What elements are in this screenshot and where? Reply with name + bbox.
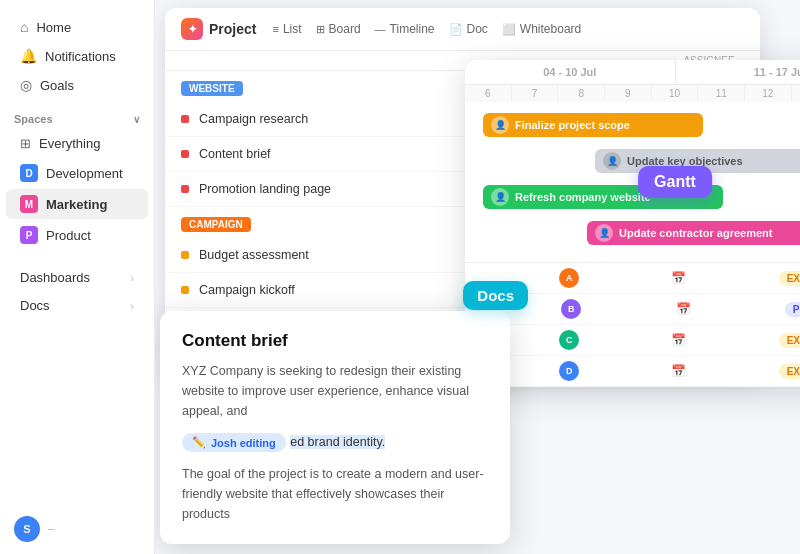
gantt-day: 6 [465,85,512,102]
docs-window: Content brief XYZ Company is seeking to … [160,311,510,544]
bar-label-1: Finalize project scope [515,119,630,131]
marketing-dot: M [20,195,38,213]
user-menu-icon[interactable]: – [48,522,55,536]
project-icon: ✦ [181,18,203,40]
sidebar-item-home[interactable]: ⌂ Home [6,13,148,41]
gantt-bar-1: 👤 Finalize project scope [483,113,703,137]
avatar: C [559,330,579,350]
gantt-day: 13 [792,85,800,102]
sidebar-item-development[interactable]: D Development [6,158,148,188]
status-badge: EXECUTION [779,271,800,286]
spaces-chevron[interactable]: ∨ [133,114,140,125]
home-icon: ⌂ [20,19,28,35]
sidebar-item-everything[interactable]: ⊞ Everything [6,130,148,157]
avatar: D [559,361,579,381]
task-dot [181,286,189,294]
chevron-right-icon2: › [130,300,134,312]
sidebar-item-marketing[interactable]: M Marketing [6,189,148,219]
chevron-right-icon: › [130,272,134,284]
tab-board[interactable]: ⊞ Board [316,19,361,39]
bar-label-4: Update contractor agreement [619,227,772,239]
docs-bubble: Docs [463,281,528,310]
sidebar-label-goals: Goals [40,78,74,93]
main-area: ✦ Project ≡ List ⊞ Board — Timeline 📄 [155,0,800,554]
spaces-section: Spaces ∨ [0,105,154,129]
gantt-period-2: 11 - 17 Jul [676,60,801,84]
calendar-icon: 📅 [676,302,691,316]
sidebar-item-dashboards[interactable]: Dashboards › [6,264,148,291]
tab-timeline[interactable]: — Timeline [375,19,435,39]
bar-avatar: 👤 [603,152,621,170]
table-row[interactable]: C 📅 EXECUTION 💬 [465,325,800,356]
bar-avatar: 👤 [491,188,509,206]
whiteboard-icon: ⬜ [502,23,516,36]
tab-list[interactable]: ≡ List [272,19,301,39]
sidebar-item-product[interactable]: P Product [6,220,148,250]
row-right: EXECUTION 💬 [779,271,800,286]
task-dot [181,115,189,123]
spaces-label: Spaces [14,113,53,125]
status-badge: EXECUTION [779,333,800,348]
gantt-day: 9 [605,85,652,102]
selected-text: ed brand identity. [290,435,385,449]
development-dot: D [20,164,38,182]
editing-user-label: Josh editing [211,437,276,449]
grid-icon: ⊞ [20,136,31,151]
gantt-day: 10 [652,85,699,102]
gantt-period-1: 04 - 10 Jul [465,60,676,84]
gantt-bar-row: 👤 Finalize project scope [475,110,800,140]
tab-whiteboard-label: Whiteboard [520,22,581,36]
sidebar-item-docs[interactable]: Docs › [6,292,148,319]
docs-body-text: XYZ Company is seeking to redesign their… [182,364,469,418]
timeline-icon: — [375,23,386,35]
gantt-bar-4: 👤 Update contractor agreement [587,221,800,245]
tab-doc[interactable]: 📄 Doc [449,19,488,39]
sidebar-label-notifications: Notifications [45,49,116,64]
row-right: EXECUTION 💬 [779,364,800,379]
row-right: EXECUTION 💬 [779,333,800,348]
bar-avatar: 👤 [595,224,613,242]
sidebar-label-development: Development [46,166,123,181]
list-icon: ≡ [272,23,278,35]
table-row[interactable]: D 📅 EXECUTION 💬 [465,356,800,387]
bar-label-3: Refresh company website [515,191,651,203]
gantt-body: 👤 Finalize project scope 👤 Update key ob… [465,102,800,262]
pencil-icon: ✏️ [192,436,206,449]
sidebar-bottom: S – [0,516,154,542]
docs-title: Content brief [182,331,488,351]
docs-body2: The goal of the project is to create a m… [182,464,488,524]
status-badge: EXECUTION [779,364,800,379]
nav-tabs: ≡ List ⊞ Board — Timeline 📄 Doc ⬜ Whi [272,19,581,39]
board-icon: ⊞ [316,23,325,36]
gantt-window: 04 - 10 Jul 11 - 17 Jul 6 7 8 9 10 11 12… [465,60,800,387]
status-badge: PLANNING [785,302,800,317]
task-dot [181,185,189,193]
project-title-label: Project [209,21,256,37]
website-badge: WEBSITE [181,81,243,96]
sidebar: ⌂ Home 🔔 Notifications ◎ Goals Spaces ∨ … [0,0,155,554]
calendar-icon: 📅 [671,271,686,285]
user-avatar[interactable]: S [14,516,40,542]
gantt-bar-row: 👤 Update contractor agreement [475,218,800,248]
doc-icon: 📄 [449,23,463,36]
calendar-icon: 📅 [671,364,686,378]
sidebar-label-everything: Everything [39,136,100,151]
gantt-day: 8 [558,85,605,102]
gantt-day: 11 [698,85,745,102]
gantt-days: 6 7 8 9 10 11 12 13 14 [465,85,800,102]
sidebar-item-notifications[interactable]: 🔔 Notifications [6,42,148,70]
tab-board-label: Board [329,22,361,36]
row-right: PLANNING 💬 [785,302,800,317]
docs-editing-row: ✏️ Josh editing ed brand identity. [182,427,488,458]
sidebar-label-product: Product [46,228,91,243]
avatar: A [559,268,579,288]
gantt-day: 7 [512,85,559,102]
product-dot: P [20,226,38,244]
sidebar-item-goals[interactable]: ◎ Goals [6,71,148,99]
project-header: ✦ Project ≡ List ⊞ Board — Timeline 📄 [165,8,760,51]
project-title: ✦ Project [181,18,256,40]
task-dot [181,251,189,259]
campaign-badge: CAMPAIGN [181,217,251,232]
goals-icon: ◎ [20,77,32,93]
tab-whiteboard[interactable]: ⬜ Whiteboard [502,19,581,39]
